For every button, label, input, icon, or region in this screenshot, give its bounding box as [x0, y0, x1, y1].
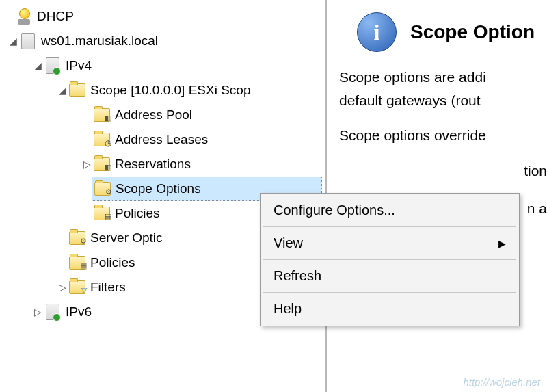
- node-label: DHCP: [37, 9, 74, 24]
- folder-policies-icon: [68, 254, 86, 272]
- tree-node-reservations[interactable]: ▷ Reservations: [3, 152, 322, 177]
- server-ok-icon: [44, 57, 62, 75]
- details-text: tion: [524, 163, 547, 179]
- menu-label: Help: [274, 301, 302, 317]
- dhcp-icon: [15, 8, 33, 25]
- details-text: default gateways (rout: [339, 92, 481, 108]
- expand-arrow[interactable]: ▷: [81, 159, 93, 170]
- info-icon: i: [357, 12, 397, 52]
- tree-node-address-pool[interactable]: Address Pool: [3, 103, 322, 127]
- tree-root-dhcp[interactable]: DHCP: [3, 4, 322, 29]
- menu-separator: [263, 292, 516, 293]
- node-label: Filters: [90, 280, 126, 295]
- node-label: Address Pool: [115, 107, 192, 122]
- folder-pool-icon: [93, 106, 111, 124]
- node-label: IPv6: [66, 304, 92, 319]
- node-label: ws01.marusiak.local: [41, 34, 158, 49]
- menu-refresh[interactable]: Refresh: [263, 261, 517, 291]
- node-label: Scope [10.0.0.0] ESXi Scop: [90, 83, 251, 98]
- collapse-arrow[interactable]: ◢: [7, 36, 19, 47]
- collapse-arrow[interactable]: ◢: [56, 85, 68, 96]
- node-label: Server Optic: [90, 231, 163, 246]
- details-title: Scope Option: [410, 21, 535, 43]
- node-label: Scope Options: [116, 181, 201, 196]
- tree-node-scope[interactable]: ◢ Scope [10.0.0.0] ESXi Scop: [3, 78, 322, 103]
- submenu-arrow-icon: ▶: [498, 238, 506, 249]
- menu-separator: [263, 226, 516, 227]
- menu-label: Refresh: [274, 268, 321, 284]
- folder-icon: [68, 81, 86, 99]
- folder-reservations-icon: [93, 155, 111, 173]
- node-label: Policies: [90, 255, 135, 270]
- folder-server-options-icon: [68, 229, 86, 247]
- folder-policies-icon: [93, 205, 111, 222]
- server-icon: [19, 32, 37, 50]
- watermark: http://wojcieh.net: [463, 376, 540, 388]
- details-text: Scope options are addi: [339, 69, 486, 85]
- folder-filters-icon: [68, 278, 86, 296]
- menu-help[interactable]: Help: [263, 294, 517, 324]
- node-label: Address Leases: [115, 132, 208, 147]
- details-text: Scope options override: [339, 127, 486, 143]
- node-label: IPv4: [66, 58, 92, 73]
- expand-arrow[interactable]: ▷: [31, 306, 44, 317]
- details-text: n a: [527, 200, 547, 216]
- menu-label: Configure Options...: [274, 202, 395, 218]
- server-ok-icon: [44, 303, 62, 321]
- menu-label: View: [274, 235, 303, 251]
- folder-leases-icon: [93, 131, 111, 148]
- folder-options-icon: [94, 180, 111, 198]
- menu-separator: [263, 259, 516, 260]
- collapse-arrow[interactable]: ◢: [31, 60, 44, 71]
- tree-node-ipv4[interactable]: ◢ IPv4: [3, 53, 322, 78]
- tree-node-address-leases[interactable]: Address Leases: [3, 127, 322, 152]
- context-menu: Configure Options... View ▶ Refresh Help: [260, 193, 520, 326]
- menu-view[interactable]: View ▶: [263, 228, 517, 258]
- tree-node-server[interactable]: ◢ ws01.marusiak.local: [3, 29, 322, 53]
- menu-configure-options[interactable]: Configure Options...: [263, 196, 517, 225]
- node-label: Reservations: [115, 157, 191, 172]
- node-label: Policies: [115, 206, 159, 221]
- expand-arrow[interactable]: ▷: [56, 282, 68, 293]
